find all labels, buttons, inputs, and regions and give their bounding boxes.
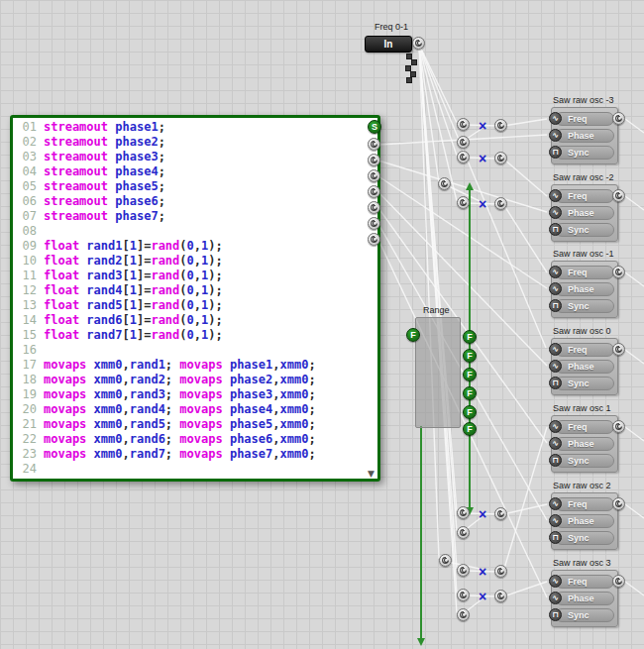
osc-module[interactable]: ∿Freq∿Phase⊓Sync bbox=[551, 492, 618, 550]
osc-input-freq[interactable]: ∿Freq bbox=[555, 575, 614, 589]
osc-input-phase[interactable]: ∿Phase bbox=[555, 282, 614, 296]
osc-input-sync[interactable]: ⊓Sync bbox=[555, 146, 614, 160]
osc-output-connector[interactable] bbox=[612, 575, 625, 588]
float-node-5[interactable]: F bbox=[463, 405, 477, 419]
multiply-4-input-b-connector[interactable] bbox=[457, 526, 470, 539]
multiply-6-input-b-connector[interactable] bbox=[457, 608, 470, 621]
in-node-output-connector[interactable] bbox=[412, 37, 425, 50]
osc-input-freq[interactable]: ∿Freq bbox=[555, 497, 614, 511]
multiply-icon[interactable]: × bbox=[477, 197, 488, 211]
code-token: ( bbox=[179, 239, 186, 253]
osc-output-connector[interactable] bbox=[612, 112, 625, 125]
osc-row-label: Sync bbox=[568, 225, 590, 235]
code-token bbox=[86, 432, 93, 446]
multiply-5-input-a-connector[interactable] bbox=[457, 564, 470, 577]
osc-input-phase[interactable]: ∿Phase bbox=[555, 437, 614, 451]
osc-input-phase[interactable]: ∿Phase bbox=[555, 206, 614, 220]
code-token: phase2 bbox=[115, 135, 158, 149]
multiply-icon[interactable]: × bbox=[477, 565, 488, 579]
multiply-3-output-connector[interactable] bbox=[494, 197, 507, 210]
multiply-icon[interactable]: × bbox=[477, 590, 488, 603]
in-node[interactable]: In bbox=[365, 36, 412, 53]
multiply-6-input-a-connector[interactable] bbox=[457, 589, 470, 601]
code-output-connector-6[interactable] bbox=[368, 217, 380, 230]
scroll-down-icon[interactable]: ▼ bbox=[368, 469, 375, 479]
multiply-icon[interactable]: × bbox=[477, 507, 488, 521]
code-output-connector-1[interactable] bbox=[368, 138, 380, 151]
osc-module[interactable]: ∿Freq∿Phase⊓Sync bbox=[551, 570, 618, 627]
osc-input-freq[interactable]: ∿Freq bbox=[555, 112, 614, 126]
osc-module[interactable]: ∿Freq∿Phase⊓Sync bbox=[551, 184, 618, 242]
osc-output-connector[interactable] bbox=[612, 266, 625, 278]
float-node-6[interactable]: F bbox=[463, 422, 477, 436]
float-node-4[interactable]: F bbox=[463, 386, 477, 400]
multiply-1-input-b-connector[interactable] bbox=[457, 136, 470, 149]
osc-input-sync[interactable]: ⊓Sync bbox=[555, 454, 614, 468]
osc-input-sync[interactable]: ⊓Sync bbox=[555, 608, 614, 622]
multiply-5-output-connector[interactable] bbox=[494, 565, 507, 578]
code-output-connector-5[interactable] bbox=[368, 201, 380, 214]
osc-input-phase[interactable]: ∿Phase bbox=[555, 129, 614, 143]
swirl-icon bbox=[439, 178, 450, 189]
code-line: 11float rand3[1]=rand(0,1); bbox=[15, 269, 377, 283]
multiply-3-input-b-connector[interactable] bbox=[438, 177, 451, 190]
multiply-3-input-a-connector[interactable] bbox=[457, 196, 470, 209]
osc-title: Saw raw osc 1 bbox=[553, 403, 611, 413]
multiply-5-input-b-connector[interactable] bbox=[439, 554, 452, 567]
osc-module[interactable]: ∿Freq∿Phase⊓Sync bbox=[551, 261, 618, 318]
code-token: ( bbox=[179, 283, 186, 297]
osc-output-connector[interactable] bbox=[612, 420, 625, 433]
osc-output-connector[interactable] bbox=[612, 189, 625, 202]
osc-input-freq[interactable]: ∿Freq bbox=[555, 343, 614, 357]
osc-output-connector[interactable] bbox=[612, 343, 625, 356]
multiply-4-output-connector[interactable] bbox=[494, 507, 507, 520]
osc-title: Saw raw osc -1 bbox=[553, 249, 614, 259]
float-node-1[interactable]: F bbox=[463, 330, 477, 344]
code-text: float rand7[1]=rand(0,1); bbox=[44, 328, 223, 343]
swirl-icon bbox=[495, 198, 506, 209]
code-s-connector[interactable]: S bbox=[368, 120, 381, 134]
osc-input-freq[interactable]: ∿Freq bbox=[555, 189, 614, 203]
osc-input-phase[interactable]: ∿Phase bbox=[555, 592, 614, 605]
osc-input-sync[interactable]: ⊓Sync bbox=[555, 299, 614, 313]
code-output-connector-3[interactable] bbox=[368, 169, 380, 182]
multiply-2-input-a-connector[interactable] bbox=[457, 151, 470, 163]
line-number: 06 bbox=[15, 194, 37, 209]
multiply-6-output-connector[interactable] bbox=[494, 590, 507, 602]
osc-input-freq[interactable]: ∿Freq bbox=[555, 266, 614, 279]
patch-canvas[interactable]: Freq 0-1 In Range 01streamout phase1;02s… bbox=[0, 0, 644, 649]
code-line: 23movaps xmm0,rand7; movaps phase7,xmm0; bbox=[15, 447, 377, 462]
sync-wave-icon: ⊓ bbox=[549, 146, 562, 159]
multiply-1-input-a-connector[interactable] bbox=[457, 118, 470, 131]
osc-module[interactable]: ∿Freq∿Phase⊓Sync bbox=[551, 107, 618, 164]
multiply-icon[interactable]: × bbox=[477, 152, 488, 165]
float-node-3[interactable]: F bbox=[463, 368, 477, 381]
code-output-connector-2[interactable] bbox=[368, 154, 380, 166]
line-number: 11 bbox=[15, 269, 37, 283]
osc-input-sync[interactable]: ⊓Sync bbox=[555, 377, 614, 390]
osc-input-phase[interactable]: ∿Phase bbox=[555, 360, 614, 374]
osc-output-connector[interactable] bbox=[612, 497, 625, 510]
multiply-icon[interactable]: × bbox=[477, 119, 488, 133]
code-token: movaps bbox=[179, 373, 222, 386]
code-token bbox=[86, 373, 93, 386]
code-output-connector-4[interactable] bbox=[368, 185, 380, 198]
stream-wire bbox=[625, 582, 644, 595]
code-token: ; bbox=[159, 150, 165, 163]
osc-module[interactable]: ∿Freq∿Phase⊓Sync bbox=[551, 338, 618, 395]
osc-input-freq[interactable]: ∿Freq bbox=[555, 420, 614, 434]
multiply-4-input-a-connector[interactable] bbox=[457, 506, 470, 519]
multiply-2-output-connector[interactable] bbox=[494, 152, 507, 164]
float-node-2[interactable]: F bbox=[463, 349, 477, 363]
swirl-icon bbox=[369, 170, 379, 181]
osc-input-sync[interactable]: ⊓Sync bbox=[555, 531, 614, 545]
multiply-1-output-connector[interactable] bbox=[494, 119, 507, 132]
osc-input-sync[interactable]: ⊓Sync bbox=[555, 223, 614, 237]
range-float-input-connector[interactable]: F bbox=[406, 328, 420, 342]
code-output-connector-7[interactable] bbox=[368, 233, 380, 246]
osc-module[interactable]: ∿Freq∿Phase⊓Sync bbox=[551, 415, 618, 473]
osc-input-phase[interactable]: ∿Phase bbox=[555, 514, 614, 528]
line-number: 16 bbox=[15, 343, 37, 358]
code-editor[interactable]: 01streamout phase1;02streamout phase2;03… bbox=[10, 115, 380, 482]
range-module[interactable] bbox=[415, 317, 461, 428]
